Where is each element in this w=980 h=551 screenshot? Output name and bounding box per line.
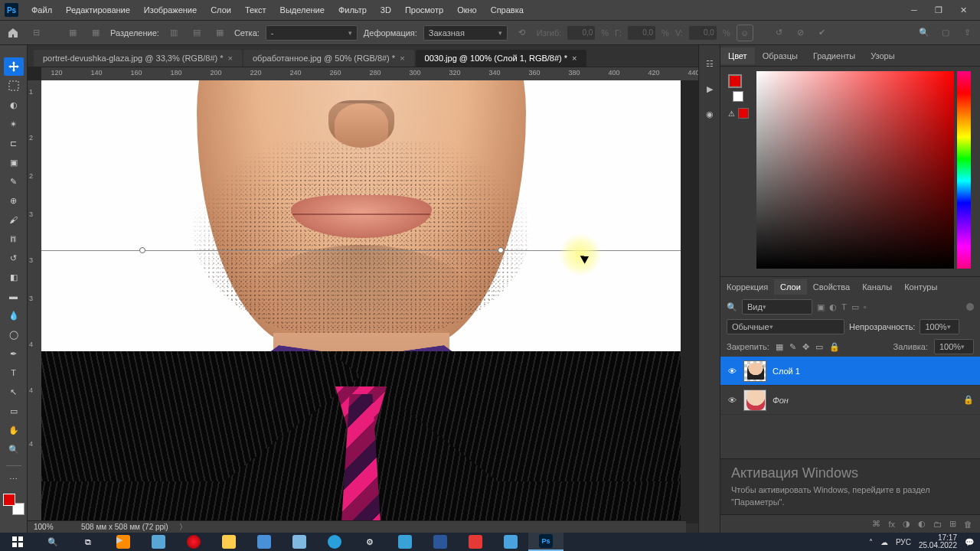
type-tool[interactable]: T bbox=[4, 364, 24, 382]
taskbar-app[interactable] bbox=[141, 533, 176, 551]
shape-tool[interactable]: ▭ bbox=[4, 402, 24, 420]
gradient-tool[interactable]: ▬ bbox=[4, 287, 24, 305]
tab-layers[interactable]: Слои bbox=[774, 279, 807, 295]
link-icon[interactable]: ⌘ bbox=[872, 519, 880, 529]
filter-smart-icon[interactable]: ▫ bbox=[864, 302, 867, 311]
menu-window[interactable]: Окно bbox=[450, 2, 484, 18]
taskbar-app[interactable] bbox=[493, 533, 528, 551]
tab-patterns[interactable]: Узоры bbox=[863, 47, 902, 64]
group-icon[interactable]: 🗀 bbox=[933, 520, 942, 529]
tray-cloud-icon[interactable]: ☁ bbox=[880, 538, 888, 546]
background-swatch[interactable] bbox=[733, 91, 743, 102]
close-icon[interactable]: × bbox=[572, 54, 577, 63]
dodge-tool[interactable]: ◯ bbox=[4, 325, 24, 344]
taskbar-settings[interactable]: ⚙ bbox=[352, 533, 387, 551]
tab-adjust[interactable]: Коррекция bbox=[720, 279, 774, 295]
tray-lang[interactable]: РУС bbox=[896, 538, 911, 546]
taskbar-app[interactable] bbox=[458, 533, 493, 551]
menu-text[interactable]: Текст bbox=[238, 2, 273, 18]
lasso-tool[interactable]: ◐ bbox=[4, 96, 24, 114]
heal-tool[interactable]: ⊕ bbox=[4, 191, 24, 210]
fill-field[interactable]: 100%▾ bbox=[934, 339, 974, 354]
taskbar-photoshop[interactable]: Ps bbox=[528, 533, 564, 551]
tab-channels[interactable]: Каналы bbox=[856, 279, 898, 295]
canvas-viewport[interactable] bbox=[41, 80, 698, 533]
layer-thumbnail[interactable] bbox=[743, 360, 766, 382]
tab-2[interactable]: 0030.jpg @ 100% (Слой 1, RGB/8#) *× bbox=[416, 50, 586, 67]
tab-swatches[interactable]: Образцы bbox=[755, 47, 805, 64]
menu-select[interactable]: Выделение bbox=[273, 2, 332, 18]
tab-gradients[interactable]: Градиенты bbox=[805, 47, 863, 64]
hue-slider[interactable] bbox=[957, 71, 971, 269]
pen-tool[interactable]: ✒ bbox=[4, 344, 24, 363]
lock-pos-icon[interactable]: ✥ bbox=[802, 342, 809, 352]
ruler-vertical[interactable]: 122333444 bbox=[28, 80, 41, 533]
split-horiz-icon[interactable]: ▤ bbox=[188, 24, 205, 41]
close-icon[interactable]: × bbox=[400, 54, 404, 63]
grid-select[interactable]: -▾ bbox=[266, 25, 358, 41]
fx-icon[interactable]: fx bbox=[888, 520, 895, 529]
gamut-sample[interactable] bbox=[738, 108, 749, 119]
zoom-field[interactable]: 100% bbox=[34, 523, 70, 531]
tab-1[interactable]: обработанное.jpg @ 50% (RGB/8#) *× bbox=[243, 50, 414, 67]
visibility-icon[interactable]: 👁 bbox=[727, 367, 737, 376]
taskbar-explorer[interactable] bbox=[211, 533, 247, 551]
hand-tool[interactable]: ✋ bbox=[4, 421, 24, 439]
split-both-icon[interactable]: ▦ bbox=[211, 24, 228, 41]
marquee-tool[interactable] bbox=[4, 77, 24, 95]
crop-tool[interactable]: ⊏ bbox=[4, 134, 24, 152]
wand-tool[interactable]: ✴ bbox=[4, 115, 24, 133]
menu-edit[interactable]: Редактирование bbox=[59, 2, 137, 18]
lock-paint-icon[interactable]: ✎ bbox=[789, 342, 796, 352]
tab-properties[interactable]: Свойства bbox=[807, 279, 856, 295]
lock-icon[interactable]: 🔒 bbox=[963, 395, 974, 405]
menu-3d[interactable]: 3D bbox=[374, 2, 398, 18]
visibility-icon[interactable]: 👁 bbox=[727, 396, 737, 405]
edit-toolbar[interactable]: ⋯ bbox=[4, 470, 24, 488]
chevron-right-icon[interactable]: 〉 bbox=[179, 522, 187, 533]
search-icon[interactable]: 🔍 bbox=[916, 24, 933, 41]
cancel-icon[interactable]: ⊘ bbox=[792, 24, 808, 41]
h-field[interactable]: 0,0 bbox=[628, 26, 655, 40]
split-vert-icon[interactable]: ▥ bbox=[165, 24, 182, 41]
start-button[interactable] bbox=[0, 533, 35, 551]
history-icon[interactable]: ☷ bbox=[706, 59, 714, 69]
lock-all-icon[interactable]: 🔒 bbox=[829, 342, 840, 352]
bend-field[interactable]: 0,0 bbox=[567, 26, 595, 40]
task-view[interactable]: ⧉ bbox=[70, 533, 106, 551]
menu-file[interactable]: Файл bbox=[24, 2, 59, 18]
tab-color[interactable]: Цвет bbox=[720, 47, 755, 64]
zoom-tool[interactable]: 🔍 bbox=[4, 440, 24, 458]
warp-handle[interactable] bbox=[498, 247, 504, 253]
adjustment-icon[interactable]: ◐ bbox=[918, 519, 926, 529]
arrange-icon[interactable]: ▢ bbox=[937, 24, 954, 41]
channels-icon[interactable]: ◉ bbox=[706, 109, 714, 119]
tray-date[interactable]: 25.04.2022 bbox=[919, 542, 957, 549]
path-tool[interactable]: ↖ bbox=[4, 383, 24, 401]
history-brush-tool[interactable]: ↺ bbox=[4, 249, 24, 267]
taskbar-app[interactable]: ▶ bbox=[106, 533, 141, 551]
lock-trans-icon[interactable]: ▦ bbox=[776, 342, 783, 352]
foreground-swatch[interactable] bbox=[728, 74, 742, 88]
taskbar-search[interactable]: 🔍 bbox=[35, 533, 70, 551]
brush-tool[interactable]: 🖌 bbox=[4, 210, 24, 229]
lock-artboard-icon[interactable]: ▭ bbox=[815, 342, 823, 352]
filter-toggle[interactable] bbox=[966, 303, 974, 311]
home-icon[interactable] bbox=[5, 24, 21, 41]
taskbar-app[interactable] bbox=[317, 533, 352, 551]
stamp-tool[interactable]: ⩎ bbox=[4, 230, 24, 248]
actions-icon[interactable]: ▶ bbox=[707, 84, 713, 94]
warp-split-remove-icon[interactable]: ⊟ bbox=[28, 24, 44, 41]
new-layer-icon[interactable]: ⊞ bbox=[949, 519, 956, 529]
filter-adjust-icon[interactable]: ◐ bbox=[829, 302, 837, 312]
eraser-tool[interactable]: ◧ bbox=[4, 268, 24, 286]
interp-icon[interactable]: ☺ bbox=[737, 24, 753, 41]
tab-paths[interactable]: Контуры bbox=[898, 279, 943, 295]
menu-layers[interactable]: Слои bbox=[204, 2, 238, 18]
layer-thumbnail[interactable] bbox=[743, 390, 766, 411]
frame-tool[interactable]: ▣ bbox=[4, 153, 24, 171]
canvas[interactable] bbox=[41, 80, 681, 528]
layer-name[interactable]: Фон bbox=[773, 396, 789, 405]
grid-2-icon[interactable]: ▦ bbox=[87, 24, 104, 41]
filter-shape-icon[interactable]: ▭ bbox=[851, 302, 859, 312]
